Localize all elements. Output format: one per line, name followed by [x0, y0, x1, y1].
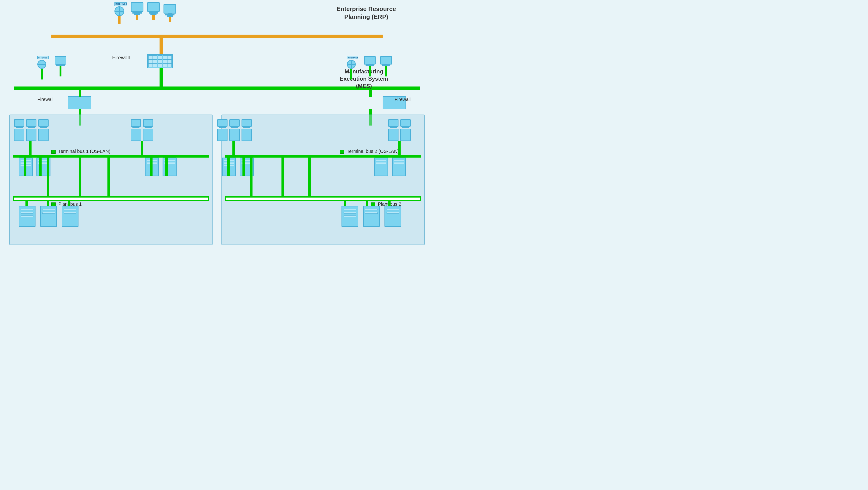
network-diagram: Enterprise Resource Planning (ERP) INTER… [0, 0, 434, 245]
left-servers-group-2 [145, 157, 177, 176]
mes-right-internet-group: INTERNET [347, 56, 392, 80]
plant-bus-2-outline [225, 196, 421, 201]
server-1c [38, 129, 49, 141]
plc-1c [62, 206, 79, 227]
mes-left-computer [55, 56, 66, 77]
plc-2b [363, 206, 380, 227]
plc-1b [40, 206, 57, 227]
monitor-2b [143, 119, 153, 128]
r-server-1c [242, 129, 252, 141]
monitor-2a [131, 119, 141, 128]
server-1b [26, 129, 36, 141]
firewall-top-label: Firewall [112, 55, 130, 61]
r-monitor-1b [229, 119, 240, 128]
firewall-right-label: Firewall [395, 97, 411, 102]
left-computers-group-1 [14, 119, 49, 157]
mes-right-computer-2 [380, 56, 392, 77]
right-plc-group [341, 206, 401, 227]
plc-2b-line [366, 201, 368, 206]
plc-2c [384, 206, 401, 227]
erp-computer-2 [147, 2, 160, 20]
plc-1a-line [26, 201, 28, 206]
right-servers-right [374, 157, 406, 176]
v-line-left-server-2 [39, 157, 41, 176]
r-monitor-2a [388, 119, 399, 128]
terminal-bus-1-label: Terminal bus 1 (OS-LAN) [52, 149, 111, 154]
erp-bus [52, 35, 382, 38]
plc-1b-line [47, 201, 49, 206]
r-monitor-1c [242, 119, 252, 128]
erp-to-firewall-line [159, 38, 163, 57]
plant-bus-1-outline [13, 196, 209, 201]
r-v-plant-line-3 [250, 157, 252, 197]
r-fw-to-plant-line [281, 157, 284, 197]
left-server-r2 [162, 157, 177, 176]
terminal-bus-2-icon [340, 150, 344, 154]
right-computers-group-1 [217, 119, 252, 157]
terminal-bus-1-icon [52, 150, 56, 154]
left-plc-group [19, 206, 79, 227]
mes-left-internet-group: INTERNET [37, 56, 66, 80]
right-fw-line-top [369, 90, 372, 97]
monitor-1b [26, 119, 36, 128]
plc-1a [19, 206, 35, 227]
r-server-1b [229, 129, 240, 141]
r-monitor-1a [217, 119, 227, 128]
r-v-line-2 [243, 157, 245, 176]
server-1a [14, 129, 24, 141]
r-server-right-2 [392, 157, 406, 176]
erp-label: Enterprise Resource Planning (ERP) [331, 5, 401, 21]
right-servers-left [222, 157, 254, 176]
monitor-1c [38, 119, 49, 128]
erp-computer-3 [163, 4, 176, 22]
server-2b [143, 129, 153, 141]
plc-2c-line [388, 201, 391, 206]
r-server-1a [217, 129, 227, 141]
left-fw-line-top [79, 90, 81, 97]
left-fw-to-plant-line [79, 157, 81, 197]
left-v-plant-line-2 [107, 157, 110, 197]
r-v-line-1 [227, 157, 229, 176]
left-computers-group-2 [131, 119, 153, 157]
monitor-1a [14, 119, 24, 128]
fw-to-mes-line [159, 68, 163, 87]
v-line-left-server-1 [24, 157, 26, 176]
server-2a [131, 129, 141, 141]
v-line-left-server-r2 [165, 157, 168, 176]
left-v-plant-line-3 [47, 157, 49, 197]
plc-2a-line [344, 201, 346, 206]
r-monitor-2b [400, 119, 411, 128]
r-server-2b [400, 129, 411, 141]
left-servers-group [19, 157, 51, 176]
r-v-plant-line-2 [308, 157, 311, 197]
r-server-right-1 [374, 157, 388, 176]
firewall-left-label: Firewall [37, 97, 54, 102]
internet-icon-top: INTERNET [115, 2, 127, 24]
mes-right-globe: INTERNET [347, 56, 358, 80]
r-server-2a [388, 129, 399, 141]
right-computers-group-2 [388, 119, 411, 157]
mes-left-globe: INTERNET [37, 56, 49, 80]
plc-1c-line [68, 201, 70, 206]
plc-2a [341, 206, 358, 227]
mes-right-computer-1 [364, 56, 376, 77]
v-line-left-server-r1 [150, 157, 153, 176]
erp-computer-1 [131, 2, 144, 20]
